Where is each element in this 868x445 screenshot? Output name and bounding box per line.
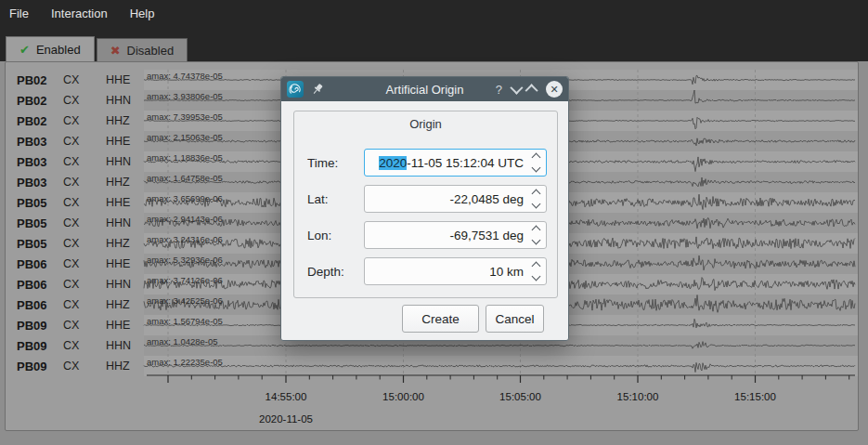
lat-label: Lat:	[307, 192, 364, 206]
station-row[interactable]: PB02 CX HHE	[6, 70, 145, 90]
lat-spinner[interactable]	[533, 186, 539, 212]
axis-tick-label: 15:00:00	[382, 391, 424, 402]
menubar: File Interaction Help	[0, 0, 868, 26]
station-code: PB03	[17, 135, 63, 149]
network-code: CX	[63, 135, 106, 148]
station-row[interactable]: PB09 CX HHE	[6, 315, 145, 335]
station-code: PB05	[17, 196, 63, 210]
lat-value: -22,0485 deg	[449, 192, 524, 206]
depth-input[interactable]: 10 km	[364, 257, 547, 285]
station-code: PB03	[17, 155, 63, 169]
time-selected-text: 2020	[379, 156, 407, 170]
lon-label: Lon:	[307, 229, 364, 242]
time-label: Time:	[307, 156, 364, 170]
spin-down-icon[interactable]	[532, 272, 541, 281]
shade-button-chevron-down-icon[interactable]	[510, 82, 523, 95]
close-button[interactable]: ✕	[546, 81, 563, 98]
tab-enabled-label: Enabled	[36, 43, 81, 57]
channel-code: HHE	[106, 319, 145, 332]
channel-code: HHZ	[106, 237, 145, 250]
station-row[interactable]: PB06 CX HHZ	[6, 294, 145, 315]
station-code: PB06	[17, 298, 63, 312]
station-row[interactable]: PB05 CX HHE	[6, 192, 145, 213]
create-button[interactable]: Create	[402, 305, 479, 333]
axis-tick-label: 15:15:00	[734, 391, 776, 402]
axis-tick-label: 14:55:00	[266, 391, 307, 402]
cross-icon: ✖	[110, 45, 121, 57]
network-code: CX	[63, 360, 106, 373]
tab-disabled-label: Disabled	[127, 44, 175, 58]
spin-up-icon[interactable]	[532, 190, 541, 199]
station-row[interactable]: PB03 CX HHE	[6, 131, 145, 151]
tabbar: ✔ Enabled ✖ Disabled	[6, 36, 188, 61]
time-input[interactable]: 2020-11-05 15:12:04 UTC	[364, 149, 547, 177]
lat-input[interactable]: -22,0485 deg	[364, 185, 547, 213]
channel-code: HHZ	[106, 298, 145, 311]
station-row[interactable]: PB05 CX HHN	[6, 213, 145, 233]
network-code: CX	[63, 278, 106, 291]
station-code: PB02	[17, 73, 63, 87]
channel-code: HHE	[106, 135, 145, 148]
spin-down-icon[interactable]	[532, 164, 541, 173]
station-row[interactable]: PB02 CX HHN	[6, 90, 145, 111]
spin-down-icon[interactable]	[532, 236, 541, 245]
check-icon: ✔	[19, 44, 30, 56]
station-code: PB06	[17, 278, 63, 292]
station-row[interactable]: PB03 CX HHZ	[6, 172, 145, 192]
station-row[interactable]: PB05 CX HHZ	[6, 233, 145, 254]
depth-spinner[interactable]	[533, 258, 539, 284]
station-code: PB05	[17, 216, 63, 230]
help-button[interactable]: ?	[496, 83, 502, 97]
network-code: CX	[63, 319, 106, 332]
axis-tick-label: 15:05:00	[499, 391, 541, 402]
depth-label: Depth:	[307, 265, 364, 279]
time-rest-text: -11-05 15:12:04 UTC	[407, 156, 524, 170]
tab-enabled[interactable]: ✔ Enabled	[6, 36, 95, 61]
station-code: PB02	[17, 94, 63, 108]
station-code: PB09	[17, 339, 63, 353]
unshade-button-chevron-up-icon[interactable]	[525, 84, 538, 97]
channel-code: HHN	[106, 216, 145, 229]
network-code: CX	[63, 94, 106, 107]
network-code: CX	[63, 339, 106, 352]
station-row[interactable]: PB02 CX HHZ	[6, 111, 145, 131]
channel-code: HHN	[106, 339, 145, 352]
station-row[interactable]: PB06 CX HHE	[6, 254, 145, 274]
lon-spinner[interactable]	[533, 222, 539, 248]
origin-group-title: Origin	[294, 117, 557, 131]
axis-date-label: 2020-11-05	[259, 413, 313, 425]
spin-up-icon[interactable]	[532, 262, 541, 271]
tab-disabled[interactable]: ✖ Disabled	[97, 38, 188, 61]
station-row[interactable]: PB06 CX HHN	[6, 274, 145, 294]
channel-code: HHE	[106, 196, 145, 209]
station-row[interactable]: PB09 CX HHZ	[6, 356, 145, 376]
station-code: PB05	[17, 237, 63, 251]
channel-code: HHN	[106, 278, 145, 291]
spin-up-icon[interactable]	[532, 153, 541, 163]
channel-code: HHZ	[106, 114, 145, 127]
dialog-titlebar[interactable]: Artificial Origin ?	[281, 77, 568, 101]
network-code: CX	[63, 114, 106, 127]
cancel-button[interactable]: Cancel	[486, 305, 544, 333]
station-code: PB02	[17, 114, 63, 128]
network-code: CX	[63, 257, 106, 270]
network-code: CX	[63, 237, 106, 250]
channel-code: HHE	[106, 73, 145, 86]
depth-value: 10 km	[489, 265, 524, 279]
app-header: File Interaction Help ✔ Enabled ✖ Disabl…	[0, 0, 868, 61]
channel-code: HHE	[106, 257, 145, 270]
menu-help[interactable]: Help	[119, 0, 166, 26]
spin-down-icon[interactable]	[532, 200, 541, 209]
station-row[interactable]: PB03 CX HHN	[6, 151, 145, 172]
spin-up-icon[interactable]	[532, 226, 541, 235]
pin-icon[interactable]	[311, 83, 324, 96]
menu-interaction[interactable]: Interaction	[40, 0, 119, 26]
station-row[interactable]: PB09 CX HHN	[6, 335, 145, 356]
time-spinner[interactable]	[533, 150, 539, 176]
station-code: PB09	[17, 319, 63, 333]
menu-file[interactable]: File	[9, 0, 40, 26]
lon-input[interactable]: -69,7531 deg	[364, 221, 547, 249]
station-code: PB06	[17, 257, 63, 271]
network-code: CX	[63, 298, 106, 311]
station-code: PB03	[17, 176, 63, 190]
